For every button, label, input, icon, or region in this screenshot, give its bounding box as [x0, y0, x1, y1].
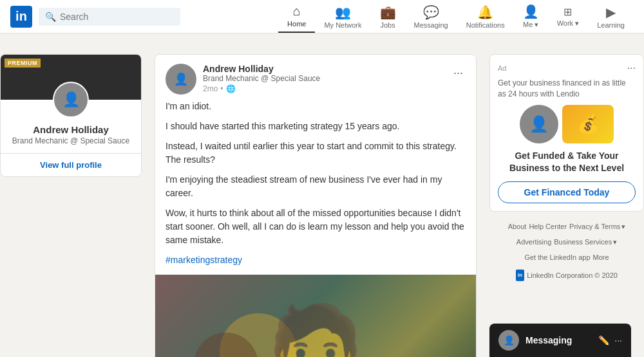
linkedin-logo: in: [10, 6, 32, 28]
post-line-3: Instead, I waited until earlier this yea…: [166, 140, 466, 167]
nav-item-notifications[interactable]: 🔔 Notifications: [457, 1, 514, 33]
post-line-1: I'm an idiot.: [166, 100, 466, 113]
post-author-name[interactable]: Andrew Holliday: [203, 64, 444, 74]
messaging-more-icon[interactable]: ···: [614, 335, 622, 345]
ad-header: Ad ···: [498, 62, 636, 74]
nav-item-jobs[interactable]: 💼 Jobs: [371, 1, 405, 33]
profile-card: PREMIUM 👤 Andrew Holliday Brand Mechanic…: [0, 54, 142, 177]
view-full-profile-link[interactable]: View full profile: [1, 153, 141, 176]
nav-item-notifications-label: Notifications: [466, 21, 505, 29]
post-author-title: Brand Mechanic @ Special Sauce: [203, 74, 444, 83]
post-author-info: Andrew Holliday Brand Mechanic @ Special…: [203, 64, 444, 93]
nav-item-me-label: Me ▾: [523, 21, 538, 29]
feed: 👤 Andrew Holliday Brand Mechanic @ Speci…: [155, 54, 477, 357]
post-menu-button[interactable]: ···: [451, 64, 466, 82]
post-image: 🧑: [155, 275, 476, 357]
footer-link-privacy[interactable]: Privacy & Terms ▾: [569, 219, 625, 233]
profile-avatar-wrap: 👤: [1, 82, 141, 118]
post-line-5: Wow, it hurts to think about all of the …: [166, 206, 466, 247]
nav-item-messaging[interactable]: 💬 Messaging: [405, 1, 457, 33]
nav-item-home[interactable]: ⌂ Home: [278, 0, 315, 33]
nav-item-me[interactable]: 👤 Me ▾: [514, 0, 548, 33]
get-financed-button[interactable]: Get Financed Today: [498, 181, 636, 203]
post-header: 👤 Andrew Holliday Brand Mechanic @ Speci…: [155, 55, 476, 100]
messaging-icon: 💬: [423, 5, 439, 20]
ad-person-avatar: 👤: [520, 105, 558, 143]
post-line-2: I should have started this marketing str…: [166, 120, 466, 133]
globe-icon: 🌐: [226, 84, 236, 93]
footer-linkedin-logo: in LinkedIn Corporation © 2020: [489, 268, 644, 282]
profile-title: Brand Mechanic @ Special Sauce: [8, 136, 133, 145]
messaging-compose-icon[interactable]: ✏️: [598, 335, 609, 345]
post-card: 👤 Andrew Holliday Brand Mechanic @ Speci…: [155, 54, 477, 357]
messaging-bar[interactable]: 👤 Messaging ✏️ ···: [489, 324, 631, 357]
profile-name: Andrew Holliday: [8, 124, 133, 135]
footer-links-row-3: Get the LinkedIn app More: [489, 250, 644, 264]
premium-badge: PREMIUM: [5, 59, 41, 68]
footer-link-business-services[interactable]: Business Services ▾: [554, 235, 617, 249]
post-hashtag[interactable]: #marketingstrategy: [166, 253, 466, 267]
footer-links-row-1: About Help Center Privacy & Terms ▾: [489, 219, 644, 233]
ad-images: 👤 💰: [498, 105, 636, 143]
linkedin-logo-small: in: [516, 270, 524, 281]
footer-link-help-center[interactable]: Help Center: [529, 219, 567, 233]
search-bar[interactable]: 🔍: [39, 8, 180, 26]
nav-item-jobs-label: Jobs: [380, 21, 395, 29]
left-sidebar: PREMIUM 👤 Andrew Holliday Brand Mechanic…: [0, 54, 142, 177]
nav-item-learning[interactable]: ▶ Learning: [588, 1, 634, 33]
nav-item-learning-label: Learning: [597, 21, 625, 29]
ad-graphic: 💰: [562, 105, 614, 143]
messaging-label: Messaging: [526, 335, 592, 345]
right-sidebar: Ad ··· Get your business financed in as …: [489, 54, 644, 282]
messaging-avatar: 👤: [498, 330, 519, 351]
nav-item-my-network[interactable]: 👥 My Network: [315, 1, 370, 33]
messaging-icons: ✏️ ···: [598, 335, 622, 345]
ad-label: Ad: [498, 64, 506, 72]
post-time: 2mo: [203, 84, 218, 93]
notifications-icon: 🔔: [477, 5, 493, 20]
footer-copyright: LinkedIn Corporation © 2020: [527, 268, 618, 282]
post-meta: 2mo • 🌐: [203, 84, 444, 93]
post-image-overlay: 🧑: [155, 275, 476, 357]
post-body: I'm an idiot. I should have started this…: [155, 100, 476, 275]
profile-avatar: 👤: [53, 82, 89, 118]
nav-items: ⌂ Home 👥 My Network 💼 Jobs 💬 Messaging 🔔…: [278, 0, 634, 33]
nav-item-home-label: Home: [287, 20, 306, 28]
my-network-icon: 👥: [335, 5, 351, 20]
home-icon: ⌂: [293, 4, 301, 19]
nav-item-work[interactable]: ⊞ Work ▾: [548, 2, 589, 32]
footer-link-more[interactable]: More: [593, 250, 609, 264]
person-figure: 🧑: [267, 300, 364, 358]
learning-icon: ▶: [606, 5, 616, 20]
footer-links-row-2: Advertising Business Services ▾: [489, 235, 644, 249]
me-icon: 👤: [523, 4, 539, 19]
main-container: PREMIUM 👤 Andrew Holliday Brand Mechanic…: [0, 41, 644, 357]
nav-item-messaging-label: Messaging: [414, 21, 448, 29]
post-author-avatar: 👤: [166, 64, 196, 95]
footer-link-advertising[interactable]: Advertising: [516, 235, 551, 249]
navbar: in 🔍 ⌂ Home 👥 My Network 💼 Jobs 💬 Messag…: [0, 0, 644, 33]
footer-links: About Help Center Privacy & Terms ▾ Adve…: [489, 219, 644, 282]
post-separator: •: [220, 84, 223, 93]
nav-item-work-label: Work ▾: [557, 19, 580, 28]
ad-card: Ad ··· Get your business financed in as …: [489, 54, 644, 212]
ad-title: Get Funded & Take Your Business to the N…: [498, 150, 636, 175]
footer-link-about[interactable]: About: [508, 219, 527, 233]
search-input[interactable]: [60, 12, 174, 22]
jobs-icon: 💼: [380, 5, 396, 20]
nav-item-my-network-label: My Network: [324, 21, 361, 29]
ad-body-text: Get your business financed in as little …: [498, 78, 636, 100]
search-icon: 🔍: [45, 12, 56, 22]
ad-menu-button[interactable]: ···: [627, 62, 636, 74]
work-icon: ⊞: [564, 6, 572, 18]
post-line-4: I'm enjoying the steadiest stream of new…: [166, 173, 466, 200]
footer-link-linkedin-app[interactable]: Get the LinkedIn app: [524, 250, 590, 264]
